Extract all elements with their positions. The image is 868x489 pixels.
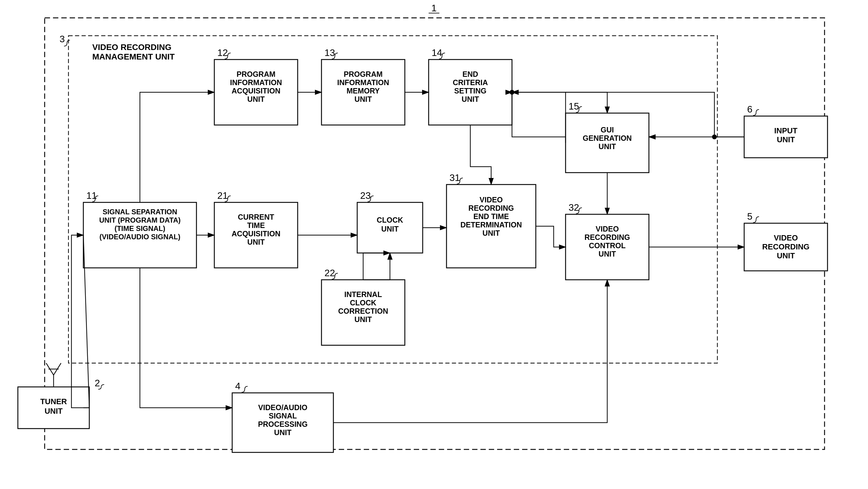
svg-text:RECORDING: RECORDING: [585, 233, 630, 241]
svg-text:UNIT: UNIT: [777, 135, 795, 144]
ref-22: 22: [324, 268, 335, 278]
svg-text:UNIT: UNIT: [274, 428, 291, 437]
svg-text:CRITERIA: CRITERIA: [453, 78, 488, 87]
svg-text:SETTING: SETTING: [454, 87, 486, 95]
ref-15: 15: [568, 101, 579, 112]
svg-text:GENERATION: GENERATION: [583, 134, 632, 142]
ref-14: 14: [432, 47, 442, 58]
ref-21: 21: [217, 190, 228, 201]
ref-23: 23: [360, 190, 371, 201]
svg-text:UNIT: UNIT: [483, 229, 500, 237]
svg-text:UNIT: UNIT: [777, 251, 795, 260]
ref-13: 13: [324, 47, 335, 58]
svg-text:CORRECTION: CORRECTION: [338, 307, 388, 315]
ref-5: 5: [747, 211, 752, 222]
svg-text:CURRENT: CURRENT: [238, 213, 274, 221]
svg-text:PROGRAM: PROGRAM: [237, 70, 276, 78]
svg-text:UNIT: UNIT: [247, 238, 265, 246]
svg-text:UNIT: UNIT: [462, 95, 479, 103]
svg-text:SIGNAL SEPARATION: SIGNAL SEPARATION: [103, 208, 178, 216]
svg-text:VIDEO/AUDIO: VIDEO/AUDIO: [258, 403, 307, 411]
svg-text:PROGRAM: PROGRAM: [344, 70, 383, 78]
svg-text:CLOCK: CLOCK: [350, 299, 377, 307]
vrm-unit-label: VIDEO RECORDING: [92, 42, 172, 52]
tuner-label2: UNIT: [45, 406, 63, 416]
svg-text:UNIT: UNIT: [354, 95, 372, 103]
svg-text:UNIT: UNIT: [381, 225, 399, 233]
svg-text:VIDEO: VIDEO: [596, 225, 619, 233]
svg-text:END TIME: END TIME: [473, 212, 509, 220]
ref-1: 1: [431, 3, 437, 13]
ref-2: 2: [95, 378, 100, 388]
svg-text:RECORDING: RECORDING: [762, 242, 810, 251]
svg-text:UNIT: UNIT: [354, 315, 372, 324]
ref-31: 31: [450, 172, 460, 183]
svg-text:ACQUISITION: ACQUISITION: [231, 87, 280, 95]
svg-text:INTERNAL: INTERNAL: [344, 290, 382, 299]
svg-text:CONTROL: CONTROL: [589, 241, 626, 250]
vrm-unit-label2: MANAGEMENT UNIT: [92, 52, 175, 61]
svg-text:(TIME SIGNAL): (TIME SIGNAL): [115, 224, 165, 233]
svg-text:INFORMATION: INFORMATION: [230, 78, 282, 87]
svg-text:GUI: GUI: [601, 126, 614, 134]
svg-text:ACQUISITION: ACQUISITION: [231, 230, 280, 238]
svg-text:TIME: TIME: [247, 221, 265, 230]
ref-3: 3: [60, 34, 65, 44]
junction-dot-2: [712, 134, 717, 139]
ref-12: 12: [217, 47, 228, 58]
svg-text:(VIDEO/AUDIO SIGNAL): (VIDEO/AUDIO SIGNAL): [99, 233, 180, 241]
svg-text:MEMORY: MEMORY: [346, 87, 380, 95]
svg-text:UNIT (PROGRAM DATA): UNIT (PROGRAM DATA): [99, 216, 181, 224]
svg-text:UNIT: UNIT: [599, 142, 616, 151]
svg-text:INFORMATION: INFORMATION: [337, 78, 389, 87]
ref-4: 4: [235, 381, 241, 391]
svg-text:SIGNAL: SIGNAL: [269, 411, 297, 420]
diagram-container: 1 VIDEO RECORDING MANAGEMENT UNIT 3 TUNE…: [0, 0, 868, 489]
ref-32: 32: [568, 202, 579, 213]
svg-text:UNIT: UNIT: [247, 95, 265, 103]
svg-text:UNIT: UNIT: [599, 250, 616, 258]
svg-text:RECORDING: RECORDING: [468, 204, 514, 212]
svg-text:INPUT: INPUT: [774, 126, 798, 135]
svg-text:VIDEO: VIDEO: [479, 195, 503, 204]
svg-text:CLOCK: CLOCK: [377, 216, 403, 224]
svg-text:PROCESSING: PROCESSING: [258, 420, 308, 428]
svg-text:DETERMINATION: DETERMINATION: [461, 220, 522, 229]
svg-text:VIDEO: VIDEO: [774, 233, 798, 242]
tuner-label: TUNER: [40, 397, 67, 406]
svg-text:END: END: [463, 70, 478, 78]
ref-6: 6: [747, 104, 752, 115]
